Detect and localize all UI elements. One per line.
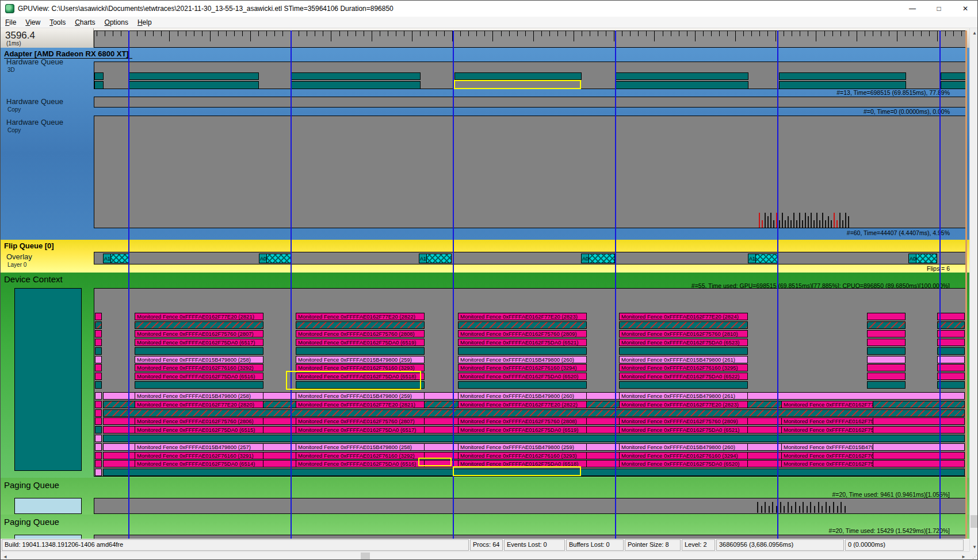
fence-bar[interactable]: Monitored Fence 0xFFFFAE0162F76160 (3295… <box>619 364 748 371</box>
gpu-packet-bar[interactable] <box>616 72 748 80</box>
fence-cell[interactable] <box>95 347 102 355</box>
fence-cell[interactable] <box>95 435 102 442</box>
fence-bar[interactable]: Monitored Fence 0xFFFFAE015B479800 (259) <box>458 443 587 451</box>
fence-bar[interactable]: Monitored Fence 0xFFFFAE0162F75DA0 (6521… <box>458 339 587 346</box>
dma-packet-tick[interactable] <box>811 213 812 228</box>
fence-bar[interactable]: Monitored Fence 0xFFFFAE015B479800 (260) <box>619 443 748 451</box>
fence-bar[interactable]: Monitored Fence 0xFFFFAE0162F75DA0 (6523… <box>619 339 748 346</box>
gpu-packet-bar[interactable] <box>616 81 748 89</box>
paging-packet-tick[interactable] <box>791 506 792 513</box>
menu-item-tools[interactable]: Tools <box>45 17 70 28</box>
fence-bar[interactable]: Monitored Fence 0xFFFFAE015B479800 (259) <box>296 356 425 363</box>
fence-base-bar[interactable] <box>103 435 965 442</box>
scroll-left-icon[interactable]: ◄ <box>1 552 10 560</box>
gpu-packet-bar[interactable] <box>129 81 259 89</box>
fence-bar[interactable] <box>619 381 748 389</box>
paging-packet-tick[interactable] <box>765 502 766 513</box>
dma-packet-tick[interactable] <box>796 220 797 228</box>
fence-bar[interactable] <box>937 364 965 371</box>
fence-cell[interactable] <box>95 417 102 425</box>
dma-packet-tick[interactable] <box>782 213 783 228</box>
fence-cell[interactable] <box>95 409 102 417</box>
menu-item-help[interactable]: Help <box>133 17 156 28</box>
fence-bar[interactable]: Monitored Fence 0xFFFFAE0162F77E20 (2821… <box>135 313 263 320</box>
fence-cell[interactable] <box>95 356 102 363</box>
paging-packet-tick[interactable] <box>833 502 834 513</box>
dma-packet-tick[interactable] <box>842 220 843 228</box>
fence-bar[interactable] <box>937 313 965 320</box>
fence-bar[interactable] <box>937 381 965 389</box>
fence-bar[interactable] <box>937 321 965 329</box>
paging-packet-tick[interactable] <box>780 502 781 513</box>
fence-cell[interactable] <box>95 321 102 329</box>
gpu-packet-bar[interactable] <box>94 72 104 80</box>
hscroll-thumb[interactable] <box>361 553 370 560</box>
fence-bar[interactable]: Monitored Fence 0xFFFFAE0162F75DA0 (6520… <box>458 373 587 380</box>
paging-packet-tick[interactable] <box>826 502 827 513</box>
scroll-up-icon[interactable]: ▲ <box>970 28 978 37</box>
dma-packet-tick[interactable] <box>767 216 769 228</box>
maximize-button[interactable]: □ <box>926 1 952 17</box>
paging-packet-tick[interactable] <box>841 502 842 513</box>
fence-bar[interactable]: Monitored Fence 0xFFFFAE0162F75760 (2807… <box>135 330 263 337</box>
paging-packet-tick[interactable] <box>803 502 804 513</box>
dma-packet-tick[interactable] <box>762 220 763 228</box>
fence-bar[interactable]: Monitored Fence 0xFFFFAE015B479800 (258) <box>135 392 263 400</box>
fence-bar[interactable]: Monitored Fence 0xFFFFAE0162F76160 (3293… <box>458 452 587 459</box>
dma-packet-tick[interactable] <box>825 220 826 228</box>
flip-packet-bar[interactable]: A1 <box>419 254 452 263</box>
scroll-right-icon[interactable]: ► <box>959 552 968 560</box>
fence-bar[interactable]: Monitored Fence 0xFFFFAE0162F77E20 (2822… <box>296 313 425 320</box>
hw-queue-copy2-track[interactable] <box>94 116 966 228</box>
selection-highlight[interactable] <box>454 80 581 89</box>
menu-item-file[interactable]: File <box>1 17 21 28</box>
fence-bar[interactable]: Monitored Fence 0xFFFFAE015B479800 (257) <box>135 443 263 451</box>
dma-packet-tick[interactable] <box>788 216 789 228</box>
paging-packet-tick[interactable] <box>807 506 808 513</box>
fence-cell[interactable] <box>95 373 102 380</box>
gpu-packet-bar[interactable] <box>779 81 906 89</box>
fence-cell[interactable] <box>95 469 102 476</box>
dma-packet-tick[interactable] <box>805 213 806 228</box>
paging-packet-tick[interactable] <box>810 502 811 513</box>
fence-bar[interactable]: Monitored Fence 0xFFFFAE0162F75DA0 (6517… <box>296 426 425 434</box>
selection-highlight[interactable] <box>418 458 452 466</box>
fence-bar[interactable] <box>867 339 906 346</box>
gpu-packet-bar[interactable] <box>454 72 582 80</box>
fence-bar[interactable]: Monitored Fence 0xFFFFAE0162F76160 (3291… <box>135 452 263 459</box>
fence-bar[interactable]: Monitored Fence 0xFFFFAE0162F75760 (2808… <box>458 417 587 425</box>
fence-bar[interactable] <box>296 321 425 329</box>
flip-packet-bar[interactable]: A0 <box>908 254 937 263</box>
fence-bar[interactable]: Monitored Fence 0xFFFFAE0162F75760 (2809… <box>619 417 748 425</box>
fence-bar[interactable]: Monitored Fence 0xFFFFAE015B479800 (261) <box>781 443 873 451</box>
fence-bar[interactable]: Monitored Fence 0xFFFFAE0162F77E20 (2823… <box>619 401 748 408</box>
scroll-down-icon[interactable]: ▼ <box>970 542 978 551</box>
fence-bar[interactable] <box>937 356 965 363</box>
fence-bar[interactable] <box>135 347 263 355</box>
fence-cell[interactable] <box>95 364 102 371</box>
paging-queue-1-track[interactable] <box>94 498 966 514</box>
dma-packet-tick[interactable] <box>813 220 815 228</box>
fence-bar[interactable]: Monitored Fence 0xFFFFAE015B479800 (258) <box>296 443 425 451</box>
menu-item-options[interactable]: Options <box>100 17 133 28</box>
gpu-packet-bar[interactable] <box>129 72 259 80</box>
paging-packet-tick[interactable] <box>799 506 800 513</box>
fence-bar[interactable]: Monitored Fence 0xFFFFAE0162F77E20 (2822… <box>458 401 587 408</box>
vscroll-thumb[interactable] <box>971 515 978 528</box>
dma-packet-tick[interactable] <box>836 220 838 228</box>
dma-packet-tick[interactable] <box>819 220 820 228</box>
fence-bar[interactable]: Monitored Fence 0xFFFFAE015B479800 (260) <box>458 356 587 363</box>
fence-bar[interactable] <box>937 347 965 355</box>
selection-highlight[interactable] <box>453 466 581 476</box>
menu-item-view[interactable]: View <box>21 17 45 28</box>
paging-packet-tick[interactable] <box>829 506 830 513</box>
fence-cell[interactable] <box>95 443 102 451</box>
fence-cell[interactable] <box>95 426 102 434</box>
fence-bar[interactable] <box>296 347 425 355</box>
flip-packet-bar[interactable]: A1 <box>748 254 778 263</box>
fence-bar[interactable]: Monitored Fence 0xFFFFAE0162F75DA0 (6519… <box>458 426 587 434</box>
dma-packet-tick[interactable] <box>765 213 766 228</box>
fence-bar[interactable] <box>135 381 263 389</box>
fence-bar[interactable] <box>867 347 906 355</box>
fence-bar[interactable] <box>619 321 748 329</box>
